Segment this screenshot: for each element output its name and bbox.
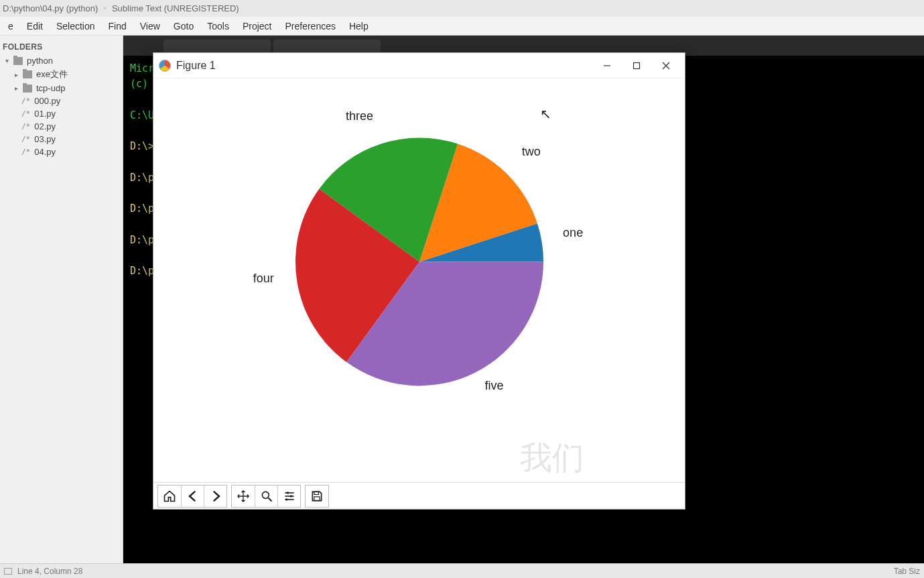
home-button[interactable]	[158, 485, 181, 507]
menu-preferences[interactable]: Preferences	[278, 19, 342, 34]
tree-label: python	[27, 56, 53, 66]
title-app: Sublime Text (UNREGISTERED)	[112, 3, 239, 13]
pie-label-three: three	[346, 109, 373, 123]
svg-point-4	[262, 492, 269, 498]
tree-label: 03.py	[34, 134, 56, 144]
menu-find[interactable]: Find	[102, 19, 133, 34]
figure-body: onetwothreefourfive 我们	[153, 78, 685, 482]
zoom-button[interactable]	[255, 485, 277, 507]
matplotlib-icon	[159, 60, 171, 72]
title-separator: •	[103, 3, 107, 13]
figure-window: Figure 1 onetwothreefourfive 我们	[153, 52, 685, 510]
svg-point-10	[289, 495, 291, 497]
tree-label: tcp-udp	[36, 83, 65, 93]
menu-tools[interactable]: Tools	[200, 19, 236, 34]
sidebar: FOLDERS ▾ python ▸ exe文件 ▸ tcp-udp /* 00…	[0, 36, 123, 563]
folder-icon	[13, 57, 23, 65]
svg-rect-1	[634, 62, 640, 68]
figure-titlebar[interactable]: Figure 1	[153, 53, 685, 78]
tree-file-04[interactable]: /* 04.py	[0, 146, 123, 158]
tree-file-000[interactable]: /* 000.py	[0, 95, 123, 107]
svg-rect-13	[314, 496, 320, 500]
file-icon: /*	[21, 135, 30, 143]
svg-rect-12	[314, 492, 319, 494]
tree-folder-tcp-udp[interactable]: ▸ tcp-udp	[0, 82, 123, 95]
app-frame: D:\python\04.py (python) • Sublime Text …	[0, 0, 924, 578]
pie-label-four: four	[253, 272, 274, 286]
menu-selection[interactable]: Selection	[50, 19, 102, 34]
folder-icon	[23, 84, 32, 93]
svg-point-9	[286, 492, 288, 494]
close-button[interactable]	[651, 56, 681, 76]
pie-label-five: five	[485, 379, 504, 393]
tree-file-03[interactable]: /* 03.py	[0, 133, 123, 146]
minimize-button[interactable]	[592, 56, 622, 76]
menu-help[interactable]: Help	[342, 19, 375, 34]
menu-project[interactable]: Project	[236, 19, 279, 34]
tree-label: exe文件	[36, 68, 68, 80]
tree-label: 000.py	[34, 96, 60, 106]
pie-label-one: one	[563, 226, 583, 240]
back-button[interactable]	[181, 485, 204, 507]
title-bar: D:\python\04.py (python) • Sublime Text …	[0, 0, 924, 17]
menu-file[interactable]: e	[1, 19, 20, 34]
pie-label-two: two	[522, 145, 541, 159]
file-icon: /*	[21, 109, 30, 118]
chevron-right-icon: ▸	[12, 84, 20, 92]
tree-label: 02.py	[34, 121, 56, 131]
figure-title: Figure 1	[176, 60, 592, 72]
chevron-down-icon: ▾	[3, 57, 11, 64]
maximize-button[interactable]	[622, 56, 651, 76]
configure-button[interactable]	[277, 485, 300, 507]
status-bar: Line 4, Column 28 Tab Siz	[0, 563, 924, 578]
menu-bar: e Edit Selection Find View Goto Tools Pr…	[0, 17, 924, 36]
status-right: Tab Siz	[894, 567, 920, 576]
tree-label: 04.py	[34, 147, 56, 157]
tree-folder-exe[interactable]: ▸ exe文件	[0, 67, 123, 82]
menu-goto[interactable]: Goto	[167, 19, 200, 34]
tree-root-python[interactable]: ▾ python	[0, 54, 123, 67]
forward-button[interactable]	[204, 485, 226, 507]
svg-line-5	[268, 498, 271, 501]
pan-button[interactable]	[232, 485, 255, 507]
figure-toolbar	[153, 482, 685, 509]
menu-edit[interactable]: Edit	[20, 19, 50, 34]
svg-point-11	[285, 498, 287, 500]
title-path: D:\python\04.py (python)	[3, 3, 98, 13]
folder-icon	[23, 70, 32, 78]
panel-icon[interactable]	[4, 568, 12, 575]
chevron-right-icon: ▸	[12, 71, 20, 78]
menu-view[interactable]: View	[133, 19, 167, 34]
sidebar-header: FOLDERS	[0, 38, 123, 54]
file-icon: /*	[21, 122, 30, 131]
file-icon: /*	[21, 97, 30, 105]
save-button[interactable]	[306, 485, 328, 507]
tree-label: 01.py	[34, 109, 56, 119]
tree-file-01[interactable]: /* 01.py	[0, 107, 123, 120]
watermark-text: 我们	[520, 437, 584, 479]
file-icon: /*	[21, 148, 30, 156]
status-linecol: Line 4, Column 28	[17, 567, 82, 576]
tree-file-02[interactable]: /* 02.py	[0, 120, 123, 133]
